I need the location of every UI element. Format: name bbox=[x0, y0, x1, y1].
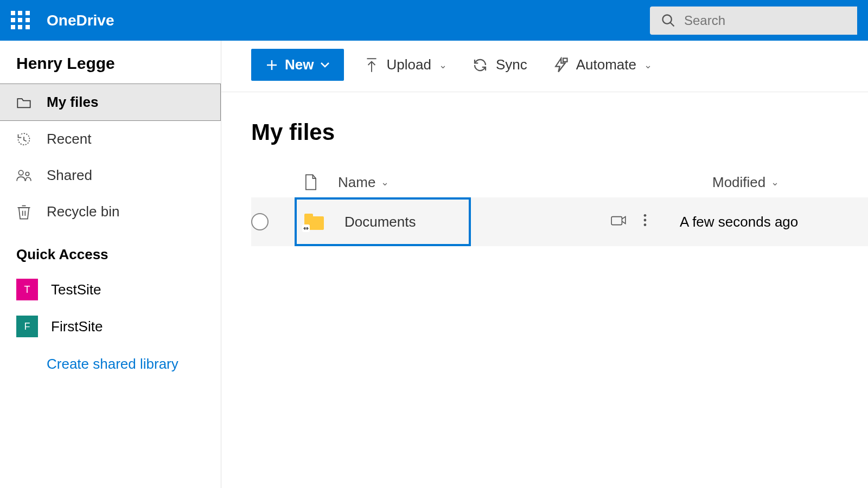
nav-shared[interactable]: Shared bbox=[0, 157, 221, 194]
file-list: Name ⌄ Modified ⌄ ⇔ bbox=[221, 167, 868, 246]
sync-icon bbox=[472, 57, 488, 73]
site-tile-icon: T bbox=[16, 279, 38, 300]
svg-point-0 bbox=[663, 15, 672, 23]
row-select-checkbox[interactable] bbox=[251, 213, 269, 230]
list-header-row: Name ⌄ Modified ⌄ bbox=[251, 167, 868, 197]
search-input[interactable] bbox=[684, 13, 846, 28]
nav-recent[interactable]: Recent bbox=[0, 121, 221, 157]
site-tile-icon: F bbox=[16, 316, 38, 337]
table-row[interactable]: ⇔ Documents A few seconds ago bbox=[251, 197, 868, 246]
chevron-down-icon: ⌄ bbox=[439, 59, 447, 71]
page-title: My files bbox=[221, 92, 868, 167]
upload-icon bbox=[365, 57, 379, 73]
nav-label: My files bbox=[47, 94, 98, 111]
sync-label: Sync bbox=[496, 56, 527, 73]
app-launcher-icon[interactable] bbox=[11, 11, 30, 30]
new-button[interactable]: New bbox=[251, 49, 344, 81]
sync-button[interactable]: Sync bbox=[468, 51, 532, 79]
svg-line-1 bbox=[671, 22, 674, 26]
upload-button[interactable]: Upload ⌄ bbox=[360, 51, 451, 79]
column-name-header[interactable]: Name ⌄ bbox=[327, 174, 620, 191]
chevron-down-icon: ⌄ bbox=[381, 176, 389, 188]
share-icon[interactable] bbox=[610, 213, 627, 231]
highlighted-folder-cell[interactable]: ⇔ Documents bbox=[295, 197, 471, 246]
chevron-down-icon: ⌄ bbox=[771, 176, 779, 188]
automate-button[interactable]: Automate ⌄ bbox=[548, 51, 656, 79]
sidebar: Henry Legge My files Recent Shared Recyc… bbox=[0, 41, 221, 488]
nav-label: Recent bbox=[47, 131, 91, 147]
recycle-icon bbox=[16, 204, 31, 220]
svg-point-2 bbox=[18, 170, 23, 175]
svg-point-3 bbox=[25, 172, 29, 175]
new-label: New bbox=[285, 56, 314, 73]
chevron-down-icon bbox=[320, 62, 330, 68]
plus-icon bbox=[265, 59, 278, 72]
nav-label: Shared bbox=[47, 167, 92, 184]
svg-rect-8 bbox=[563, 58, 567, 61]
quick-access-title: Quick Access bbox=[0, 230, 221, 271]
command-bar: New Upload ⌄ Sync Automate ⌄ bbox=[221, 49, 868, 92]
quick-access-firstsite[interactable]: F FirstSite bbox=[0, 308, 221, 345]
folder-link-icon: ⇔ bbox=[304, 214, 324, 230]
app-header: OneDrive bbox=[0, 0, 868, 41]
search-box[interactable] bbox=[650, 7, 857, 35]
qa-label: FirstSite bbox=[51, 318, 103, 335]
upload-label: Upload bbox=[386, 56, 431, 73]
recent-icon bbox=[16, 132, 31, 147]
nav-my-files[interactable]: My files bbox=[0, 84, 221, 121]
svg-point-12 bbox=[644, 223, 647, 226]
automate-label: Automate bbox=[576, 56, 636, 73]
chevron-down-icon: ⌄ bbox=[644, 59, 652, 71]
svg-point-10 bbox=[644, 214, 647, 216]
qa-label: TestSite bbox=[51, 281, 101, 298]
more-actions-icon[interactable] bbox=[643, 213, 647, 231]
shared-icon bbox=[16, 168, 31, 183]
main-content: New Upload ⌄ Sync Automate ⌄ My files bbox=[221, 41, 868, 488]
create-shared-library-link[interactable]: Create shared library bbox=[0, 345, 221, 383]
search-icon bbox=[661, 13, 676, 28]
column-modified-header[interactable]: Modified ⌄ bbox=[691, 174, 868, 191]
quick-access-testsite[interactable]: T TestSite bbox=[0, 271, 221, 308]
app-title[interactable]: OneDrive bbox=[47, 12, 114, 29]
svg-rect-9 bbox=[611, 216, 622, 224]
file-type-column-icon[interactable] bbox=[295, 174, 327, 191]
nav-label: Recycle bin bbox=[47, 203, 119, 220]
modified-cell: A few seconds ago bbox=[658, 214, 868, 230]
nav-recycle-bin[interactable]: Recycle bin bbox=[0, 194, 221, 230]
automate-icon bbox=[552, 57, 569, 73]
user-name: Henry Legge bbox=[0, 54, 221, 84]
svg-point-11 bbox=[644, 219, 647, 221]
file-name: Documents bbox=[324, 214, 416, 230]
folder-icon bbox=[16, 95, 31, 110]
